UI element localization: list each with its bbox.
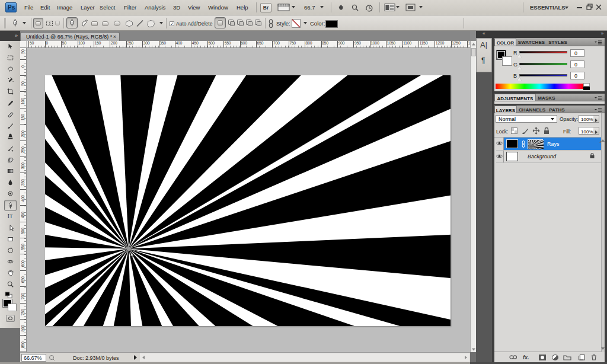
svg-text:T: T [9, 213, 12, 219]
